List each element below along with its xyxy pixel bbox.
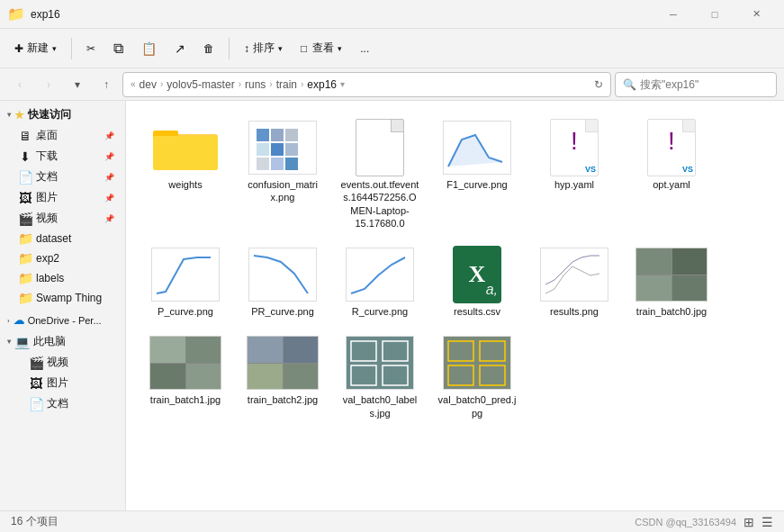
view-button[interactable]: □ 查看 ▾ xyxy=(293,37,349,59)
file-item-results-csv[interactable]: X a, results.csv xyxy=(432,242,522,323)
forward-button[interactable]: › xyxy=(36,72,61,97)
search-icon: 🔍 xyxy=(623,78,636,91)
copy-button[interactable]: ⧉ xyxy=(106,37,131,60)
quick-access-header[interactable]: ▾ ★ 快速访问 xyxy=(0,104,125,125)
new-icon: ✚ xyxy=(14,42,23,55)
sep3: › xyxy=(269,79,272,89)
folder-icon: 📁 xyxy=(18,251,32,266)
svg-rect-11 xyxy=(271,158,284,170)
content-area[interactable]: weights xyxy=(126,101,784,510)
file-item-weights[interactable]: weights xyxy=(140,115,230,235)
paste-button[interactable]: 📋 xyxy=(134,38,164,59)
file-item-r-curve[interactable]: R_curve.png xyxy=(335,242,425,323)
file-item-confusion-matrix[interactable]: confusion_matri x.png xyxy=(238,115,328,235)
file-item-train-batch1[interactable]: train_batch1.jpg xyxy=(140,330,230,425)
search-box[interactable]: 🔍 xyxy=(615,72,777,97)
onedrive-header[interactable]: › ☁ OneDrive - Per... xyxy=(0,311,125,329)
sidebar-item-swamp-thing[interactable]: 📁 Swamp Thing xyxy=(4,288,122,308)
file-item-p-curve[interactable]: P_curve.png xyxy=(140,242,230,323)
svg-rect-12 xyxy=(285,158,298,170)
quick-access-star-icon: ★ xyxy=(14,109,24,122)
image-grid xyxy=(635,248,707,302)
file-item-events[interactable]: events.out.tfevents.1644572256.OMEN-Lapt… xyxy=(335,115,425,235)
sort-chevron-icon: ▾ xyxy=(278,44,283,53)
file-item-pr-curve[interactable]: PR_curve.png xyxy=(238,242,328,323)
view-mode-icon[interactable]: ⊞ xyxy=(743,515,754,529)
statusbar-right: CSDN @qq_33163494 ⊞ ☰ xyxy=(635,515,773,529)
file-name: P_curve.png xyxy=(158,305,213,318)
sidebar-item-docs[interactable]: 📄 文档 📌 xyxy=(4,167,122,187)
breadcrumb-dev[interactable]: dev xyxy=(140,78,157,91)
up-button[interactable]: ↑ xyxy=(94,72,119,97)
sidebar-item-dataset[interactable]: 📁 dataset xyxy=(4,229,122,248)
breadcrumb-runs[interactable]: runs xyxy=(245,78,266,91)
sort-button[interactable]: ↕ 排序 ▾ xyxy=(237,37,290,59)
file-item-train-batch2[interactable]: train_batch2.jpg xyxy=(238,330,328,425)
svg-rect-17 xyxy=(541,248,608,301)
addressbar: ‹ › ▾ ↑ « dev › yolov5-master › runs › t… xyxy=(0,68,784,101)
svg-rect-6 xyxy=(285,129,298,141)
pictures-icon: 🖼 xyxy=(18,191,32,205)
sep5: ▾ xyxy=(340,79,345,89)
file-item-opt-yaml[interactable]: ! VS opt.yaml xyxy=(626,115,716,235)
share-button[interactable]: ↗ xyxy=(167,38,193,59)
view-chevron-icon: ▾ xyxy=(338,44,342,53)
file-item-val-pred[interactable]: val_batch0_pred.jpg xyxy=(432,330,522,425)
new-button[interactable]: ✚ 新建 ▾ xyxy=(7,37,64,59)
yaml-thumbnail: ! VS xyxy=(635,121,707,175)
sidebar-item-downloads[interactable]: ⬇ 下载 📌 xyxy=(4,146,122,167)
sidebar-item-docs2[interactable]: 📄 文档 xyxy=(4,393,122,414)
png-thumbnail xyxy=(248,121,317,175)
maximize-button[interactable]: □ xyxy=(694,0,735,29)
file-item-results-png[interactable]: results.png xyxy=(529,242,619,323)
png-thumbnail xyxy=(151,248,220,302)
breadcrumb-yolov5[interactable]: yolov5-master xyxy=(167,78,234,91)
folder-icon: 📁 xyxy=(18,291,32,305)
refresh-button[interactable]: ↻ xyxy=(594,78,603,91)
separator-2 xyxy=(229,38,230,59)
search-input[interactable] xyxy=(640,78,769,91)
minimize-button[interactable]: ─ xyxy=(653,0,694,29)
file-name: train_batch2.jpg xyxy=(248,393,318,406)
pc-header[interactable]: ▾ 💻 此电脑 xyxy=(0,331,125,352)
breadcrumb-train[interactable]: train xyxy=(276,78,297,91)
sidebar-item-pictures2[interactable]: 🖼 图片 xyxy=(4,373,122,393)
jpg-thumbnail xyxy=(247,336,319,390)
toolbar: ✚ 新建 ▾ ✂ ⧉ 📋 ↗ 🗑 ↕ 排序 ▾ □ 查看 ▾ ... xyxy=(0,29,784,68)
sidebar-item-labels[interactable]: 📁 labels xyxy=(4,268,122,288)
delete-button[interactable]: 🗑 xyxy=(196,39,221,59)
pin-icon: 📌 xyxy=(104,131,114,140)
file-name: results.csv xyxy=(454,305,500,318)
breadcrumb-current: exp16 xyxy=(307,78,337,91)
pc-icon: 💻 xyxy=(14,335,30,349)
sidebar-item-desktop[interactable]: 🖥 桌面 📌 xyxy=(4,125,122,146)
file-name: R_curve.png xyxy=(352,305,408,318)
file-item-hyp-yaml[interactable]: ! VS hyp.yaml xyxy=(529,115,619,235)
desktop-icon: 🖥 xyxy=(18,129,32,143)
svg-rect-7 xyxy=(257,143,269,156)
file-item-val-labels[interactable]: val_batch0_labels.jpg xyxy=(335,330,425,425)
more-button[interactable]: ... xyxy=(353,39,376,59)
file-item-f1-curve[interactable]: F1_curve.png xyxy=(432,115,522,235)
pictures2-icon: 🖼 xyxy=(29,376,43,391)
png-thumbnail xyxy=(248,248,317,302)
file-name: val_batch0_pred.jpg xyxy=(437,393,517,419)
address-box[interactable]: « dev › yolov5-master › runs › train › e… xyxy=(122,72,611,97)
sidebar-item-videos2[interactable]: 🎬 视频 xyxy=(4,352,122,373)
recent-button[interactable]: ▾ xyxy=(65,72,90,97)
file-item-train-batch0[interactable]: train_batch0.jpg xyxy=(626,242,716,323)
sidebar-item-exp2[interactable]: 📁 exp2 xyxy=(4,248,122,268)
file-name: val_batch0_labels.jpg xyxy=(340,393,419,419)
sidebar-item-videos[interactable]: 🎬 视频 📌 xyxy=(4,208,122,229)
folder-icon: 📁 xyxy=(18,231,32,246)
sidebar-item-pictures[interactable]: 🖼 图片 📌 xyxy=(4,187,122,208)
main-layout: ▾ ★ 快速访问 🖥 桌面 📌 ⬇ 下载 📌 📄 文档 📌 🖼 图片 📌 🎬 视… xyxy=(0,101,784,510)
details-view-icon[interactable]: ☰ xyxy=(761,515,773,529)
close-button[interactable]: ✕ xyxy=(735,0,777,29)
file-name: PR_curve.png xyxy=(251,305,314,318)
new-chevron-icon: ▾ xyxy=(52,44,57,53)
back-button[interactable]: ‹ xyxy=(7,72,32,97)
cut-button[interactable]: ✂ xyxy=(79,39,103,59)
cut-icon: ✂ xyxy=(86,42,95,55)
file-name: results.png xyxy=(550,305,599,318)
